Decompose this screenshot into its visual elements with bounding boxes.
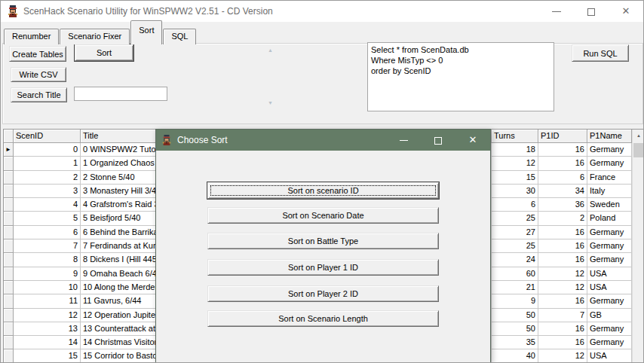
cell-p1name[interactable]: Germany [587, 157, 632, 170]
cell-p1id[interactable]: 2 [538, 212, 587, 225]
cell-p1name[interactable]: Germany [587, 253, 632, 267]
row-selector[interactable] [4, 212, 14, 225]
row-selector[interactable] [4, 185, 14, 198]
cell-scenid[interactable]: 4 [14, 198, 81, 212]
row-selector[interactable]: ► [4, 143, 14, 157]
row-selector[interactable] [4, 294, 14, 308]
cell-p1id[interactable]: 36 [538, 198, 587, 212]
cell-scenid[interactable]: 9 [14, 267, 81, 281]
cell-turns[interactable]: 12 [492, 157, 538, 170]
row-selector[interactable] [4, 309, 14, 322]
cell-scenid[interactable]: 1 [14, 157, 81, 170]
run-sql-button[interactable]: Run SQL [572, 44, 629, 62]
row-selector[interactable] [4, 226, 14, 239]
cell-p1id[interactable]: 7 [538, 309, 587, 322]
cell-p1id[interactable]: 16 [538, 226, 587, 239]
cell-scenid[interactable]: 12 [14, 309, 81, 322]
cell-turns[interactable]: 40 [492, 349, 538, 363]
cell-scenid[interactable]: 2 [14, 171, 81, 185]
main-titlebar[interactable]: ScenHack Scenario Utility for WinSPWW2 V… [1, 1, 643, 22]
cell-p1id[interactable]: 16 [538, 239, 587, 253]
cell-p1name[interactable]: USA [587, 349, 632, 363]
sort-option-button[interactable]: Sort on scenario ID [207, 182, 439, 199]
cell-scenid[interactable]: 15 [14, 349, 81, 363]
minimize-button[interactable] [539, 1, 574, 22]
cell-p1name[interactable]: GB [587, 309, 632, 322]
create-tables-button[interactable]: Create Tables [9, 46, 66, 62]
cell-scenid[interactable]: 0 [14, 143, 81, 157]
cell-p1id[interactable]: 6 [538, 171, 587, 185]
cell-turns[interactable]: 27 [492, 226, 538, 239]
row-selector[interactable] [4, 349, 14, 363]
cell-turns[interactable]: 24 [492, 253, 538, 267]
cell-p1name[interactable]: Italy [587, 185, 632, 198]
cell-p1name[interactable]: Germany [587, 239, 632, 253]
row-selector[interactable] [4, 253, 14, 267]
sql-query-textarea[interactable]: Select * from ScenData.db Where MisTyp <… [367, 42, 554, 111]
dialog-maximize-button[interactable] [421, 130, 455, 151]
dialog-close-button[interactable]: ✕ [455, 130, 490, 151]
dialog-titlebar[interactable]: Choose Sort ✕ [156, 130, 490, 151]
cell-turns[interactable]: 6 [492, 198, 538, 212]
tab-sql[interactable]: SQL [163, 29, 196, 44]
cell-turns[interactable]: 9 [492, 294, 538, 308]
cell-scenid[interactable]: 11 [14, 294, 81, 308]
row-selector[interactable] [4, 157, 14, 170]
row-selector[interactable] [4, 281, 14, 294]
cell-scenid[interactable]: 6 [14, 226, 81, 239]
cell-p1name[interactable]: Germany [587, 294, 632, 308]
cell-turns[interactable]: 15 [492, 171, 538, 185]
sort-option-button[interactable]: Sort on Player 2 ID [207, 285, 439, 302]
cell-p1id[interactable]: 12 [538, 267, 587, 281]
grid-vertical-scrollbar[interactable]: ▲ [632, 130, 644, 363]
cell-turns[interactable]: 50 [492, 309, 538, 322]
row-selector[interactable] [4, 336, 14, 349]
cell-p1name[interactable]: Germany [587, 336, 632, 349]
cell-turns[interactable]: 25 [492, 239, 538, 253]
cell-p1id[interactable]: 16 [538, 294, 587, 308]
sql-scrollbar[interactable]: ▲ ▼ [265, 44, 276, 110]
dialog-minimize-button[interactable] [386, 130, 421, 151]
cell-scenid[interactable]: 5 [14, 212, 81, 225]
row-selector[interactable] [4, 198, 14, 212]
sort-button[interactable]: Sort [75, 44, 133, 61]
scroll-up-icon[interactable]: ▲ [633, 130, 644, 142]
scroll-down-icon[interactable]: ▼ [265, 98, 276, 108]
cell-turns[interactable]: 30 [492, 185, 538, 198]
sort-option-button[interactable]: Sort on Scenario Length [207, 310, 439, 327]
search-title-button[interactable]: Search Title [11, 87, 67, 102]
cell-p1id[interactable]: 16 [538, 336, 587, 349]
tab-renumber[interactable]: Renumber [4, 29, 59, 44]
cell-turns[interactable]: 60 [492, 267, 538, 281]
cell-p1id[interactable]: 16 [538, 322, 587, 336]
cell-p1name[interactable]: Germany [587, 226, 632, 239]
cell-p1id[interactable]: 16 [538, 253, 587, 267]
cell-p1name[interactable]: Sweden [587, 198, 632, 212]
cell-p1name[interactable]: USA [587, 267, 632, 281]
close-button[interactable]: ✕ [609, 1, 643, 22]
cell-scenid[interactable]: 13 [14, 322, 81, 336]
cell-p1name[interactable]: Germany [587, 322, 632, 336]
cell-scenid[interactable]: 14 [14, 336, 81, 349]
cell-p1id[interactable]: 12 [538, 349, 587, 363]
search-title-input[interactable] [74, 87, 167, 101]
row-selector[interactable] [4, 322, 14, 336]
cell-p1name[interactable]: France [587, 171, 632, 185]
row-selector[interactable] [4, 239, 14, 253]
cell-p1name[interactable]: USA [587, 281, 632, 294]
cell-p1id[interactable]: 34 [538, 185, 587, 198]
cell-p1id[interactable]: 16 [538, 143, 587, 157]
row-selector[interactable] [4, 171, 14, 185]
scroll-up-icon[interactable]: ▲ [265, 45, 276, 56]
cell-p1id[interactable]: 16 [538, 157, 587, 170]
cell-scenid[interactable]: 3 [14, 185, 81, 198]
sort-option-button[interactable]: Sort on Scenario Date [207, 207, 439, 224]
maximize-button[interactable] [574, 1, 609, 22]
cell-turns[interactable]: 25 [492, 212, 538, 225]
tab-sort[interactable]: Sort [130, 20, 162, 44]
cell-turns[interactable]: 18 [492, 143, 538, 157]
cell-p1name[interactable]: Germany [587, 143, 632, 157]
cell-p1name[interactable]: Poland [587, 212, 632, 225]
tab-scenario-fixer[interactable]: Scenario Fixer [60, 29, 130, 44]
cell-turns[interactable]: 21 [492, 281, 538, 294]
